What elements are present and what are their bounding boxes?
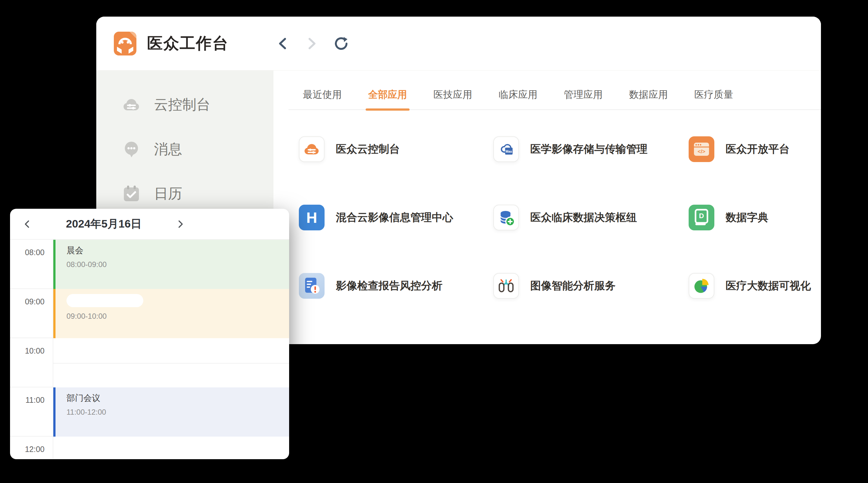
event-time-range: 08:00-09:00 — [66, 260, 289, 269]
app-item-image-storage[interactable]: Mas 医学影像存储与传输管理 — [493, 136, 689, 162]
mas-cloud-icon: Mas — [493, 136, 519, 162]
sidebar-item-cloud-console[interactable]: 云控制台 — [96, 83, 274, 127]
time-label: 12:00 — [10, 437, 53, 458]
refresh-icon — [333, 36, 348, 51]
svg-text:D: D — [699, 212, 704, 220]
app-label: 数据字典 — [725, 210, 768, 225]
message-icon — [121, 138, 142, 160]
chevron-left-icon — [23, 219, 31, 229]
calendar-body: 08:00 晨会 08:00-09:00 09:00 09:00-10:00 — [10, 240, 289, 458]
browser-nav — [276, 36, 348, 51]
tab-management-apps[interactable]: 管理应用 — [564, 88, 603, 109]
chevron-left-icon — [277, 37, 289, 51]
sidebar-item-label: 消息 — [154, 140, 182, 159]
redacted-title-pill — [66, 294, 143, 307]
sidebar-item-label: 云控制台 — [154, 95, 210, 114]
calendar-row-1100: 11:00 部门会议 11:00-12:00 — [10, 387, 289, 437]
app-label: 医学影像存储与传输管理 — [530, 142, 648, 156]
time-slot — [53, 437, 289, 458]
page-title: 医众工作台 — [147, 33, 228, 54]
app-label: 医众云控制台 — [336, 142, 400, 156]
lungs-ai-icon — [493, 273, 519, 299]
dictionary-icon: D — [689, 205, 714, 230]
time-slot: 部门会议 11:00-12:00 — [53, 387, 289, 437]
app-logo-icon — [113, 31, 138, 56]
refresh-button[interactable] — [333, 36, 348, 51]
time-label: 08:00 — [10, 240, 53, 289]
pie-chart-icon — [689, 273, 714, 299]
calendar-row-0800: 08:00 晨会 08:00-09:00 — [10, 240, 289, 289]
time-label: 09:00 — [10, 289, 53, 338]
app-item-report-risk-analysis[interactable]: 影像检查报告风控分析 — [299, 273, 493, 299]
event-redacted[interactable]: 09:00-10:00 — [53, 289, 289, 338]
app-grid: 医众云控制台 Mas 医学影像存储与传输管理 — [299, 136, 821, 299]
app-item-image-ai-analysis[interactable]: 图像智能分析服务 — [493, 273, 689, 299]
calendar-row-1200: 12:00 — [10, 437, 289, 458]
h-letter-icon: H — [299, 205, 324, 230]
calendar-date-label: 2024年5月16日 — [36, 217, 171, 231]
time-slot: 09:00-10:00 — [53, 289, 289, 338]
report-risk-icon — [299, 273, 324, 299]
cloud-settings-icon — [299, 136, 324, 162]
content-area: 最近使用 全部应用 医技应用 临床应用 管理应用 数据应用 医疗质量 — [274, 70, 821, 344]
event-time-range: 09:00-10:00 — [66, 312, 289, 321]
calendar-prev-day-button[interactable] — [18, 215, 36, 233]
time-slot: 晨会 08:00-09:00 — [53, 240, 289, 289]
app-item-hybrid-cloud-center[interactable]: H 混合云影像信息管理中心 — [299, 205, 493, 230]
time-label: 11:00 — [10, 387, 53, 437]
event-department-meeting[interactable]: 部门会议 11:00-12:00 — [53, 387, 289, 437]
tab-recent[interactable]: 最近使用 — [303, 88, 342, 109]
chevron-right-icon — [177, 219, 185, 229]
event-title: 部门会议 — [66, 392, 289, 404]
tab-quality[interactable]: 医疗质量 — [694, 88, 733, 109]
open-platform-icon: </> — [689, 136, 714, 162]
tab-data-apps[interactable]: 数据应用 — [629, 88, 668, 109]
cloud-settings-icon — [121, 94, 142, 115]
calendar-popup: 2024年5月16日 08:00 晨会 08:00-09:00 09:00 — [10, 209, 289, 459]
tab-all-apps[interactable]: 全部应用 — [368, 88, 407, 109]
app-label: 医众临床数据决策枢纽 — [530, 210, 637, 225]
app-label: 混合云影像信息管理中心 — [336, 210, 453, 225]
tab-clinical-apps[interactable]: 临床应用 — [499, 88, 537, 109]
tab-medtech-apps[interactable]: 医技应用 — [433, 88, 472, 109]
chevron-right-icon — [305, 37, 318, 51]
back-button[interactable] — [276, 36, 290, 51]
event-title: 晨会 — [66, 245, 289, 256]
app-item-data-dictionary[interactable]: D 数据字典 — [689, 205, 821, 230]
app-item-open-platform[interactable]: </> 医众开放平台 — [689, 136, 821, 162]
event-time-range: 11:00-12:00 — [66, 408, 289, 417]
app-item-cloud-console[interactable]: 医众云控制台 — [299, 136, 493, 162]
sidebar-item-messages[interactable]: 消息 — [96, 127, 274, 171]
app-item-clinical-data-hub[interactable]: 医众临床数据决策枢纽 — [493, 205, 689, 230]
calendar-row-0900: 09:00 09:00-10:00 — [10, 289, 289, 338]
calendar-next-day-button[interactable] — [171, 215, 190, 233]
sidebar-item-label: 日历 — [154, 184, 182, 203]
forward-button[interactable] — [305, 36, 319, 51]
svg-text:</>: </> — [698, 149, 706, 155]
desktop-background: 医众工作台 — [0, 0, 868, 483]
app-item-big-data-visualization[interactable]: 医疗大数据可视化 — [689, 273, 821, 299]
database-plus-icon — [493, 205, 519, 230]
app-label: 医疗大数据可视化 — [725, 279, 811, 293]
calendar-icon — [121, 183, 142, 204]
tab-bar: 最近使用 全部应用 医技应用 临床应用 管理应用 数据应用 医疗质量 — [288, 88, 821, 110]
time-slot — [53, 338, 289, 387]
svg-text:Mas: Mas — [505, 150, 512, 153]
app-label: 医众开放平台 — [725, 142, 789, 156]
app-label: 图像智能分析服务 — [530, 279, 616, 293]
event-morning-meeting[interactable]: 晨会 08:00-09:00 — [53, 240, 289, 289]
window-header: 医众工作台 — [96, 17, 821, 70]
app-label: 影像检查报告风控分析 — [336, 279, 442, 293]
time-label: 10:00 — [10, 338, 53, 387]
calendar-row-1000: 10:00 — [10, 338, 289, 387]
calendar-header: 2024年5月16日 — [10, 209, 289, 240]
